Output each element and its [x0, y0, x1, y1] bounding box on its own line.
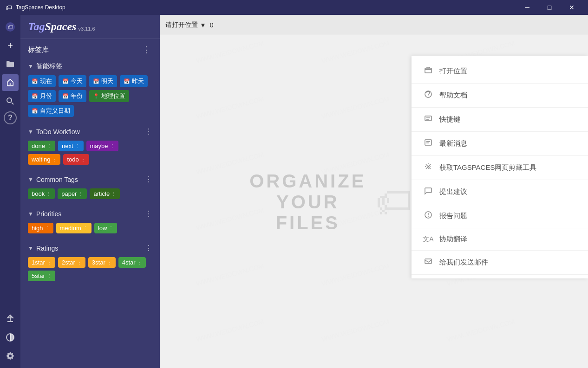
smart-tags-container: 📅 现在 📅 今天 📅 明天 📅 昨天 📅 月份 [24, 73, 156, 121]
menu-shortcuts[interactable]: 快捷键 [412, 108, 588, 132]
menu-help-docs[interactable]: 帮助文档 [412, 84, 588, 108]
svg-text:WWW.WEIDOWN.COM: WWW.WEIDOWN.COM [446, 318, 516, 343]
tag-book[interactable]: book ⋮ [28, 188, 55, 199]
tag-year[interactable]: 📅 年份 [59, 90, 86, 102]
tag-4star-label: 4star [122, 259, 136, 266]
tag-high[interactable]: high ⋮ [28, 223, 53, 233]
tag-location[interactable]: 📍 地理位置 [89, 90, 129, 102]
tag-medium-label: medium [60, 225, 81, 232]
import-button[interactable] [2, 310, 19, 327]
tags-button[interactable] [2, 74, 19, 91]
tag-2star-label: 2star [62, 259, 75, 266]
smart-tags-title: 智能标签 [36, 62, 62, 71]
toolbar: 请打开位置 ▼ 0 [160, 15, 588, 35]
logo-button[interactable]: 🏷 [2, 19, 19, 35]
smart-tags-header[interactable]: ▼ 智能标签 [24, 59, 156, 73]
tag-done[interactable]: done ⋮ [28, 141, 55, 151]
menu-news[interactable]: 最新消息 [412, 132, 588, 156]
priorities-title: Priorities [36, 210, 61, 218]
tag-2star[interactable]: 2star ⋮ [58, 257, 85, 268]
tag-4star[interactable]: 4star ⋮ [118, 257, 146, 268]
menu-web-clipper[interactable]: 获取TAGSPACES网页剪藏工具 [412, 156, 588, 180]
window-controls: ─ □ ✕ [516, 0, 582, 15]
news-icon [423, 138, 434, 149]
menu-open-location-label: 打开位置 [439, 67, 467, 76]
todo-workflow-header[interactable]: ▼ ToDo Workflow ⋮ [24, 124, 156, 139]
tag-today[interactable]: 📅 今天 [59, 75, 86, 87]
tag-high-dots: ⋮ [45, 226, 50, 231]
common-tags-header[interactable]: ▼ Common Tags ⋮ [24, 172, 156, 187]
tag-now-label: 现在 [40, 77, 52, 85]
tag-5star-dots: ⋮ [47, 273, 52, 278]
priorities-header[interactable]: ▼ Priorities ⋮ [24, 207, 156, 221]
open-location-button[interactable]: 请打开位置 ▼ [165, 21, 206, 29]
right-menu: 打开位置 帮助文档 [412, 56, 588, 278]
tag-low[interactable]: low ⋮ [94, 223, 118, 233]
menu-news-label: 最新消息 [439, 139, 467, 148]
tag-month-label: 月份 [40, 92, 52, 100]
tag-custom-date-label: 自定义日期 [40, 107, 70, 115]
tag-low-dots: ⋮ [109, 226, 113, 231]
tag-1star[interactable]: 1star ⋮ [28, 257, 55, 268]
priorities-more-button[interactable]: ⋮ [145, 209, 152, 218]
ratings-more-button[interactable]: ⋮ [145, 244, 152, 252]
tag-medium[interactable]: medium ⋮ [56, 223, 91, 233]
open-location-icon [423, 66, 434, 77]
svg-text:WWW.WEIDOWN.COM: WWW.WEIDOWN.COM [196, 318, 265, 343]
add-button[interactable]: + [2, 37, 19, 54]
contrast-button[interactable] [2, 329, 19, 346]
tag-5star[interactable]: 5star ⋮ [28, 271, 55, 281]
tag-3star[interactable]: 3star ⋮ [88, 257, 116, 268]
svg-rect-25 [425, 116, 431, 121]
menu-report-issue[interactable]: 报告问题 [412, 204, 588, 228]
tag-tomorrow-label: 明天 [101, 77, 113, 85]
svg-text:WWW.WEIDOWN.COM: WWW.WEIDOWN.COM [196, 39, 265, 65]
feedback-icon [423, 187, 434, 197]
content-area: WWW.WEIDOWN.COM WWW.WEIDOWN.COM WWW.WEID… [160, 35, 588, 368]
ratings-chevron: ▼ [28, 245, 33, 252]
tag-todo[interactable]: todo ⋮ [63, 154, 89, 165]
ratings-section: ▼ Ratings ⋮ 1star ⋮ 2star ⋮ 3star ⋮ [20, 241, 160, 289]
dropdown-chevron-icon: ▼ [200, 21, 206, 29]
tag-yesterday[interactable]: 📅 昨天 [120, 75, 148, 87]
common-tags-title: Common Tags [36, 176, 78, 183]
report-issue-icon [423, 211, 434, 221]
menu-feedback[interactable]: 提出建议 [412, 180, 588, 204]
maximize-button[interactable]: □ [539, 0, 560, 15]
tag-custom-date[interactable]: 📅 自定义日期 [28, 105, 74, 117]
menu-open-location[interactable]: 打开位置 [412, 59, 588, 84]
tag-price-icon: 🏷 [375, 181, 412, 223]
tag-medium-dots: ⋮ [83, 226, 88, 231]
todo-workflow-more-button[interactable]: ⋮ [145, 127, 152, 136]
tag-1star-dots: ⋮ [47, 260, 52, 265]
common-tags-more-button[interactable]: ⋮ [145, 175, 152, 184]
menu-translate[interactable]: 文A 协助翻译 [412, 228, 588, 251]
menu-shortcuts-label: 快捷键 [439, 115, 460, 124]
tag-paper-label: paper [61, 190, 77, 197]
tag-3star-label: 3star [92, 259, 105, 266]
minimize-button[interactable]: ─ [516, 0, 538, 15]
close-button[interactable]: ✕ [561, 0, 582, 15]
tag-waiting[interactable]: waiting ⋮ [28, 154, 60, 165]
todo-workflow-section: ▼ ToDo Workflow ⋮ done ⋮ next ⋮ maybe ⋮ [20, 124, 160, 172]
tag-next[interactable]: next ⋮ [58, 141, 84, 151]
menu-help-docs-label: 帮助文档 [439, 91, 467, 100]
todo-workflow-tags-container: done ⋮ next ⋮ maybe ⋮ waiting ⋮ todo ⋮ [24, 139, 156, 168]
svg-point-3 [7, 98, 12, 103]
tag-paper[interactable]: paper ⋮ [58, 188, 87, 199]
tag-tomorrow[interactable]: 📅 明天 [89, 75, 117, 87]
tag-now[interactable]: 📅 现在 [28, 75, 56, 87]
organize-line2: YOUR [249, 191, 366, 212]
settings-button[interactable] [2, 348, 19, 364]
search-button[interactable] [2, 93, 19, 110]
help-button[interactable]: ? [4, 111, 17, 124]
menu-feedback-label: 提出建议 [439, 187, 467, 196]
todo-workflow-chevron: ▼ [28, 129, 33, 135]
folder-button[interactable] [2, 56, 19, 72]
menu-send-email[interactable]: 给我们发送邮件 [412, 251, 588, 275]
ratings-header[interactable]: ▼ Ratings ⋮ [24, 241, 156, 255]
tag-month[interactable]: 📅 月份 [28, 90, 56, 102]
tag-article[interactable]: article ⋮ [90, 188, 120, 199]
tag-maybe[interactable]: maybe ⋮ [86, 141, 118, 151]
tag-library-more-button[interactable]: ⋮ [140, 44, 152, 56]
